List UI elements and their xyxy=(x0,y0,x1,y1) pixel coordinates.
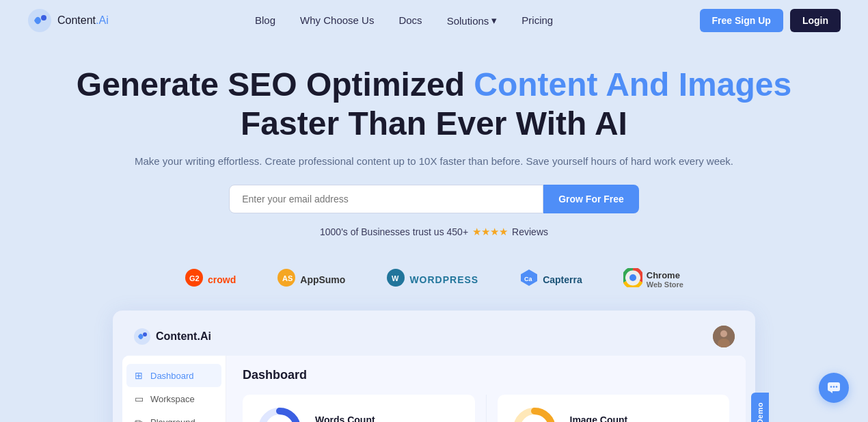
hero-subtitle: Make your writing effortless. Create pro… xyxy=(27,155,841,167)
user-avatar[interactable] xyxy=(713,326,735,347)
navbar: Content.Ai Blog Why Choose Us Docs Solut… xyxy=(0,0,868,41)
blog-link[interactable]: Blog xyxy=(255,14,275,26)
chat-bubble[interactable] xyxy=(819,373,849,403)
preview-body: ⊞ Dashboard ▭ Workspace ✏ Playground ⊟ T… xyxy=(122,356,746,422)
dashboard-preview: Content.Ai ⊞ Dashboard ▭ Workspace ✏ xyxy=(113,311,755,422)
svg-point-26 xyxy=(833,386,835,388)
sidebar-item-workspace[interactable]: ▭ Workspace xyxy=(122,387,226,410)
brand-g2: G2 crowd xyxy=(185,268,236,291)
login-button[interactable]: Login xyxy=(790,9,841,32)
image-info: Image Count 54 Out of 100 xyxy=(570,414,630,422)
svg-point-27 xyxy=(836,386,838,388)
wordpress-icon: W xyxy=(386,268,405,291)
docs-link[interactable]: Docs xyxy=(398,14,422,26)
email-input[interactable] xyxy=(229,185,543,213)
dashboard-title: Dashboard xyxy=(243,368,729,382)
brand-appsumo: AS AppSumo xyxy=(277,268,345,291)
logo-text: Content.Ai xyxy=(57,14,109,27)
words-count-card: Words Count 36 Out of 100 xyxy=(243,395,475,422)
preview-sidebar: ⊞ Dashboard ▭ Workspace ✏ Playground ⊟ T… xyxy=(122,356,226,422)
nav-links: Blog Why Choose Us Docs Solutions ▾ Pric… xyxy=(255,14,553,27)
svg-point-19 xyxy=(270,419,289,422)
navbar-actions: Free Sign Up Login xyxy=(700,9,841,32)
svg-text:AS: AS xyxy=(282,274,293,282)
grow-button[interactable]: Grow For Free xyxy=(543,185,639,213)
brands-row: G2 crowd AS AppSumo W WORDPRESS Ca Capte… xyxy=(0,268,868,291)
chevron-down-icon: ▾ xyxy=(491,14,497,27)
workspace-icon: ▭ xyxy=(133,393,144,404)
solutions-link[interactable]: Solutions ▾ xyxy=(447,14,498,27)
svg-point-13 xyxy=(143,332,147,337)
svg-text:Ca: Ca xyxy=(524,276,532,282)
logo[interactable]: Content.Ai xyxy=(27,8,109,33)
svg-marker-24 xyxy=(830,391,832,393)
preview-logo: Content.Ai xyxy=(133,328,211,345)
reviews-row: 1000's of Businesses trust us 450+ ★★★★ … xyxy=(27,226,841,238)
hero-title: Generate SEO Optimized Content And Image… xyxy=(27,66,841,143)
brand-wordpress: W WORDPRESS xyxy=(386,268,478,291)
brand-capterra: Ca Capterra xyxy=(519,268,582,291)
email-form: Grow For Free xyxy=(27,185,841,213)
words-info: Words Count 36 Out of 100 xyxy=(315,414,375,422)
image-label: Image Count xyxy=(570,414,630,422)
svg-point-22 xyxy=(525,419,544,422)
hero-section: Generate SEO Optimized Content And Image… xyxy=(0,41,868,268)
pricing-link[interactable]: Pricing xyxy=(521,14,553,26)
words-donut xyxy=(256,406,303,422)
image-count-card: Image Count 54 Out of 100 xyxy=(498,395,730,422)
signup-button[interactable]: Free Sign Up xyxy=(700,9,783,32)
stats-row: Words Count 36 Out of 100 xyxy=(243,395,729,422)
brand-chrome: Chrome Web Store xyxy=(623,268,683,291)
capterra-icon: Ca xyxy=(519,268,539,291)
svg-text:G2: G2 xyxy=(189,274,200,282)
logo-icon xyxy=(27,8,52,33)
svg-point-15 xyxy=(720,330,727,337)
sidebar-item-playground[interactable]: ✏ Playground xyxy=(122,410,226,422)
playground-icon: ✏ xyxy=(133,417,144,422)
svg-text:W: W xyxy=(392,274,399,282)
preview-header: Content.Ai xyxy=(122,320,746,356)
divider xyxy=(486,395,487,422)
dashboard-icon: ⊞ xyxy=(133,370,144,381)
book-demo-tab[interactable]: Book Personalized Demo xyxy=(751,393,769,422)
g2-icon: G2 xyxy=(185,268,204,291)
words-label: Words Count xyxy=(315,414,375,422)
why-choose-link[interactable]: Why Choose Us xyxy=(300,14,374,26)
stars: ★★★★ xyxy=(472,226,508,238)
chrome-icon xyxy=(623,268,642,291)
preview-logo-icon xyxy=(133,328,151,345)
appsumo-icon: AS xyxy=(277,268,296,291)
svg-point-1 xyxy=(41,15,46,21)
svg-point-11 xyxy=(629,274,636,281)
sidebar-item-dashboard[interactable]: ⊞ Dashboard xyxy=(126,364,221,387)
image-donut xyxy=(511,406,558,422)
svg-point-25 xyxy=(830,386,832,388)
preview-main: Dashboard Words Count xyxy=(226,356,746,422)
